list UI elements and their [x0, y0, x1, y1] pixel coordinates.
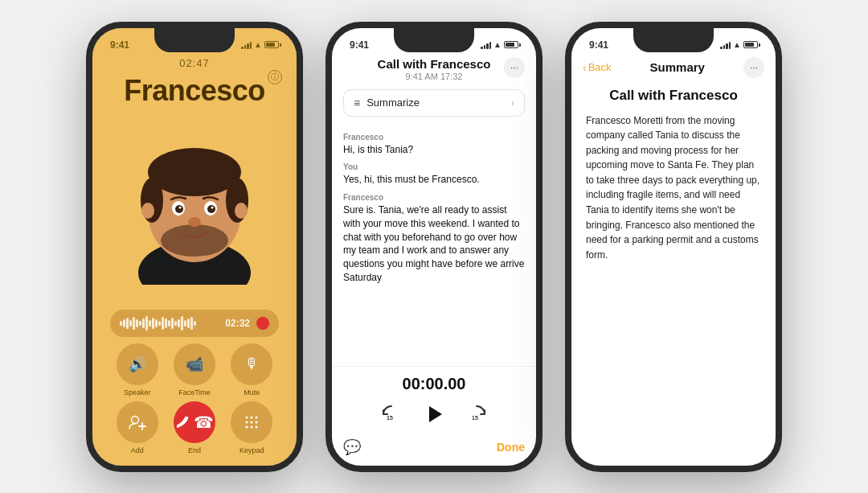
facetime-button[interactable]: 📹 FaceTime: [174, 343, 215, 396]
svg-text:15: 15: [472, 415, 478, 421]
add-label: Add: [131, 446, 144, 454]
status-bar-3: 9:41 ▲: [571, 28, 776, 54]
back-label: Back: [588, 61, 612, 73]
status-time-1: 9:41: [110, 39, 129, 51]
status-icons-2: ▲: [481, 40, 518, 49]
status-time-2: 9:41: [350, 39, 369, 51]
mute-label: Mute: [244, 388, 260, 396]
player-area: 00:00.00 15: [332, 366, 536, 433]
skip-back-button[interactable]: 15: [379, 402, 403, 426]
svg-point-3: [148, 148, 241, 196]
summarize-icon: ≡: [354, 97, 360, 109]
call-controls-row1: 🔊 Speaker 📹 FaceTime 🎙 Mute: [92, 343, 297, 396]
more-options-button-3[interactable]: ···: [743, 57, 764, 78]
summary-content: Call with Francesco Francesco Moretti fr…: [571, 84, 776, 466]
summary-body-text: Francesco Moretti from the moving compan…: [586, 113, 761, 263]
status-icons-1: ▲: [241, 40, 279, 49]
status-time-3: 9:41: [589, 39, 608, 51]
done-button[interactable]: Done: [497, 441, 525, 454]
svg-point-20: [251, 416, 253, 418]
wifi-icon-1: ▲: [254, 40, 262, 49]
end-call-icon: [174, 413, 194, 432]
svg-point-11: [179, 207, 182, 209]
transcript-footer: 💬 Done: [332, 433, 536, 466]
svg-point-10: [207, 205, 215, 213]
keypad-icon: [244, 414, 260, 430]
svg-point-23: [251, 421, 253, 423]
status-bar-1: 9:41 ▲: [92, 28, 297, 54]
battery-icon-2: [504, 41, 518, 48]
message-2: Yes, hi, this must be Francesco.: [343, 173, 525, 187]
back-chevron-icon: ‹: [583, 61, 587, 74]
svg-point-25: [246, 425, 248, 428]
mute-button[interactable]: 🎙 Mute: [231, 343, 272, 396]
skip-forward-button[interactable]: 15: [465, 402, 489, 426]
phone-summary: 9:41 ▲ ‹ Back Summary ··· Call with F: [565, 22, 782, 472]
svg-point-13: [188, 217, 201, 227]
phone-active-call: 9:41 ▲ 02:47 ⓘ Francesco: [86, 22, 303, 472]
summarize-row[interactable]: ≡ Summarize ›: [343, 89, 525, 117]
info-icon[interactable]: ⓘ: [268, 70, 282, 84]
svg-point-26: [251, 425, 253, 428]
speaker-button[interactable]: 🔊 Speaker: [117, 343, 158, 396]
svg-point-27: [256, 425, 258, 428]
svg-point-12: [211, 207, 214, 209]
memoji-avatar: [118, 124, 271, 285]
call-timer: 02:47: [92, 57, 297, 69]
svg-point-15: [235, 203, 248, 219]
speaker-3: Francesco: [343, 193, 525, 202]
add-icon: [129, 413, 146, 431]
transcript-title: Call with Francesco: [364, 57, 504, 71]
rec-dot: [256, 317, 269, 330]
play-icon: [421, 401, 447, 427]
more-options-button-2[interactable]: ···: [504, 57, 525, 78]
svg-point-19: [246, 416, 248, 418]
battery-icon-1: [264, 41, 279, 48]
signal-icon-3: [720, 41, 731, 49]
svg-point-21: [256, 416, 258, 418]
phone-transcript: 9:41 ▲ Call with Francesco 9:41 AM 17:32…: [326, 22, 542, 472]
add-button[interactable]: Add: [117, 401, 158, 454]
status-icons-3: ▲: [720, 40, 758, 49]
waveform: [120, 316, 219, 331]
transcript-header: Call with Francesco 9:41 AM 17:32 ···: [332, 54, 536, 86]
signal-icon-1: [241, 41, 252, 49]
svg-point-16: [131, 416, 138, 423]
message-3: Sure is. Tania, we're all ready to assis…: [343, 203, 525, 285]
speaker-2: You: [343, 162, 525, 171]
wifi-icon-2: ▲: [493, 40, 502, 49]
svg-point-9: [175, 205, 183, 213]
svg-point-6: [161, 224, 228, 257]
end-call-button[interactable]: ☎ End: [174, 401, 215, 454]
wifi-icon-3: ▲: [733, 40, 741, 49]
chevron-right-icon: ›: [511, 97, 514, 109]
transcript-date: 9:41 AM 17:32: [364, 72, 504, 81]
svg-point-22: [246, 421, 248, 423]
keypad-button[interactable]: Keypad: [231, 401, 272, 454]
player-controls: 15 15: [379, 400, 489, 429]
summary-nav-title: Summary: [650, 60, 705, 74]
summary-nav: ‹ Back Summary ···: [571, 54, 776, 84]
call-controls-row2: Add ☎ End: [92, 401, 297, 454]
transcript-body: Francesco Hi, is this Tania? You Yes, hi…: [332, 123, 536, 366]
rec-timer: 02:32: [225, 318, 250, 329]
facetime-label: FaceTime: [178, 388, 211, 396]
summary-call-title: Call with Francesco: [586, 88, 761, 104]
svg-text:15: 15: [387, 415, 393, 421]
svg-point-14: [141, 203, 154, 219]
avatar-area: [92, 100, 297, 310]
back-button[interactable]: ‹ Back: [583, 61, 612, 74]
summarize-label: Summarize: [366, 97, 420, 109]
speaker-label: Speaker: [124, 388, 151, 396]
end-label: End: [188, 446, 201, 454]
signal-icon-2: [481, 41, 491, 49]
transcript-footer-icon: 💬: [343, 438, 361, 456]
play-button[interactable]: [420, 400, 448, 429]
battery-icon-3: [743, 41, 758, 48]
recording-bar: 02:32: [110, 310, 279, 337]
svg-point-24: [256, 421, 258, 423]
speaker-1: Francesco: [343, 133, 525, 142]
status-bar-2: 9:41 ▲: [332, 28, 536, 54]
keypad-label: Keypad: [240, 446, 264, 454]
message-1: Hi, is this Tania?: [343, 143, 525, 157]
